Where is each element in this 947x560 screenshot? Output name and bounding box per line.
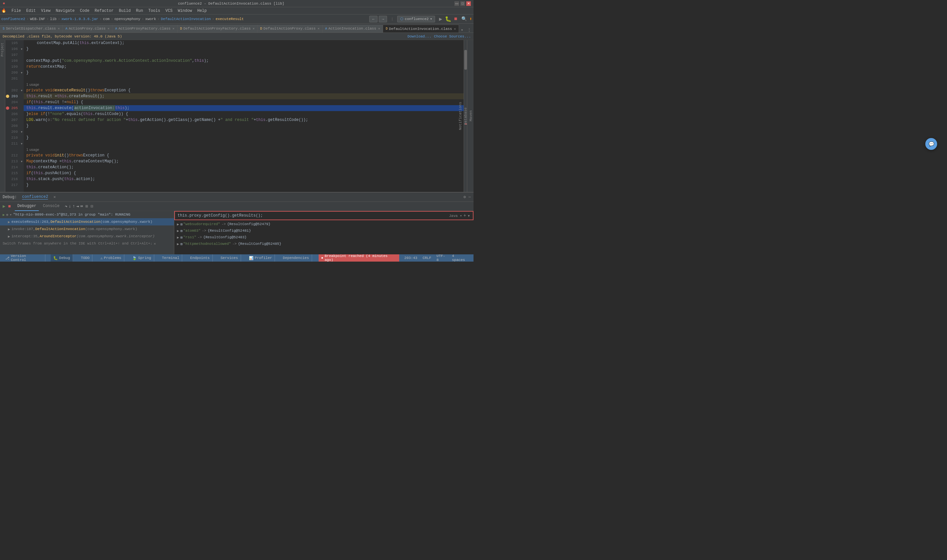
debug-minimize-icon[interactable]: — <box>468 195 471 200</box>
tab-close-ap[interactable]: ✕ <box>108 27 109 31</box>
maximize-btn[interactable]: □ <box>460 1 465 6</box>
debug-resume-btn[interactable]: ▶ <box>3 203 5 209</box>
nav-xwork[interactable]: xwork <box>145 17 156 21</box>
menu-tools[interactable]: Tools <box>146 7 163 14</box>
menu-navigate[interactable]: Navigate <box>53 7 77 14</box>
debug-result-atom03[interactable]: ▶ ⊞ "atom03" -> {ResultConfig@52481} <box>174 228 473 234</box>
debug-frame-executeresult[interactable]: ▶ executeResult:263, DefaultActionInvoca… <box>0 218 174 225</box>
menu-code[interactable]: Code <box>77 7 92 14</box>
fold-200[interactable]: ▼ <box>20 70 24 75</box>
expression-add-btn[interactable]: + <box>463 213 466 218</box>
choose-sources-btn[interactable]: Choose Sources... <box>434 34 471 38</box>
debug-stop-btn[interactable]: ■ <box>8 204 11 209</box>
nav-lib[interactable]: lib <box>50 17 57 21</box>
download-btn[interactable]: Download... <box>407 34 431 38</box>
debug-settings-icon[interactable]: ⚙ <box>463 195 466 200</box>
update-icon[interactable]: ⬆ <box>470 16 472 22</box>
menu-run[interactable]: Run <box>133 7 146 14</box>
tab-defaultactionproxyfactory[interactable]: D DefaultActionProxyFactory.class ✕ <box>177 25 258 32</box>
nav-back-btn[interactable]: ← <box>369 16 377 22</box>
status-tab-versioncontrol[interactable]: ⎇ Version Control <box>3 254 45 262</box>
expression-options-btn[interactable]: ▾ <box>468 213 470 218</box>
frames-layout-btn[interactable]: ⊞ <box>86 204 88 209</box>
status-tab-todo[interactable]: TODO <box>78 254 92 262</box>
status-tab-debug[interactable]: 🐛 Debug <box>51 254 73 262</box>
close-btn[interactable]: ✕ <box>466 1 471 6</box>
tab-close-ai[interactable]: ✕ <box>378 27 380 31</box>
evaluate-btn[interactable]: ⌨ <box>80 204 83 209</box>
tab-servletdispatcher[interactable]: S ServletDispatcher.class ✕ <box>0 25 63 32</box>
project-panel-icon[interactable]: Project <box>0 40 5 59</box>
tab-close-dap[interactable]: ✕ <box>318 27 320 31</box>
run-to-cursor-btn[interactable]: ⇥ <box>76 204 79 209</box>
cursor-position[interactable]: 203:43 <box>405 256 417 260</box>
code-area[interactable]: contextMap.putAll(this.extraContext); } … <box>24 40 463 192</box>
run-play-icon[interactable]: ▶ <box>439 16 442 22</box>
step-into-btn[interactable]: ↓ <box>69 204 71 209</box>
file-charset[interactable]: UTF-8 <box>437 254 447 262</box>
thread-filter-icon[interactable]: ⊕ <box>6 212 9 217</box>
tab-overflow-btn[interactable]: ▾ <box>459 28 465 32</box>
nav-class[interactable]: DefaultActionInvocation <box>161 17 211 21</box>
nav-method[interactable]: executeResult <box>216 17 244 21</box>
debug-session-close[interactable]: ✕ <box>53 195 55 200</box>
expression-lang-selector[interactable]: Java ▾ <box>449 214 462 218</box>
tab-actionproxy[interactable]: A ActionProxy.class ✕ <box>63 25 112 32</box>
fold-208[interactable]: ▼ <box>20 129 24 135</box>
project-selector[interactable]: ⬡ confluence2 ▾ <box>397 16 435 22</box>
scrollbar-thumb[interactable] <box>464 50 467 70</box>
status-tab-problems[interactable]: ⚠ Problems <box>98 254 124 262</box>
menu-edit[interactable]: Edit <box>24 7 38 14</box>
minimize-btn[interactable]: — <box>454 1 459 6</box>
notifications-panel-btn[interactable]: Notifications <box>458 98 463 134</box>
fold-196[interactable]: ▼ <box>20 46 24 52</box>
status-tab-terminal[interactable]: Terminal <box>160 254 183 262</box>
status-tab-dependencies[interactable]: Dependencies <box>280 254 312 262</box>
indent-type[interactable]: 4 spaces <box>452 254 468 262</box>
breakpoint-message[interactable]: ● Breakpoint reached (4 minutes ago) <box>319 254 399 262</box>
line-ending[interactable]: CRLF <box>422 256 431 260</box>
debug-session-tab[interactable]: confluence2 <box>22 195 48 200</box>
status-tab-profiler[interactable]: 📊 Profiler <box>246 254 275 262</box>
tab-close-dai[interactable]: ✕ <box>454 27 456 31</box>
status-tab-spring[interactable]: 🍃 Spring <box>129 254 154 262</box>
step-over-btn[interactable]: ↷ <box>65 204 68 209</box>
menu-file[interactable]: File <box>9 7 24 14</box>
debug-frame-intercept[interactable]: ▶ intercept:35, AroundInterceptor (com.o… <box>0 233 174 240</box>
menu-view[interactable]: View <box>38 7 53 14</box>
maven-panel-btn[interactable]: Maven <box>468 107 473 125</box>
nav-webinf[interactable]: WEB-INF <box>30 17 45 21</box>
debug-thread-item[interactable]: ▶ ⊕ ▾ "http-nio-8090-exec-3"@52,373 in g… <box>0 211 174 218</box>
nav-opensymphony[interactable]: opensymphony <box>114 17 140 21</box>
threads-btn[interactable]: ⊟ <box>91 204 93 209</box>
database-panel-btn[interactable]: Database <box>463 104 468 128</box>
nav-forward-btn[interactable]: → <box>379 16 387 22</box>
debug-tab-debugger[interactable]: Debugger <box>15 202 39 211</box>
search-everywhere-icon[interactable]: 🔍 <box>461 16 467 22</box>
tab-close-servlet[interactable]: ✕ <box>58 27 60 31</box>
tab-defaultactioninvocation[interactable]: D DefaultActionInvocation.class ✕ <box>383 25 459 32</box>
nav-jar[interactable]: xwork-1.0.3.6.jar <box>61 17 98 21</box>
hint-close-btn[interactable]: ✕ <box>154 242 156 246</box>
debug-result-rss1[interactable]: ▶ ⊞ "rss1" -> {ResultConfig@52483} <box>174 234 473 240</box>
menu-vcs[interactable]: VCS <box>163 7 175 14</box>
status-tab-endpoints[interactable]: Endpoints <box>188 254 212 262</box>
tab-defaultactionproxy[interactable]: D DefaultActionProxy.class ✕ <box>257 25 322 32</box>
step-out-btn[interactable]: ↑ <box>73 204 75 209</box>
debug-result-httpmethodnotallowed[interactable]: ▶ ⊞ "httpmethodnotallowed" -> {ResultCon… <box>174 240 473 247</box>
fold-212[interactable]: ▼ <box>20 158 24 164</box>
debug-run-icon[interactable]: 🐛 <box>445 16 451 22</box>
fold-210[interactable]: ▼ <box>20 141 24 146</box>
menu-build[interactable]: Build <box>116 7 133 14</box>
debug-result-websudorequired[interactable]: ▶ ⊞ "websudorequired" -> {ResultConfig@5… <box>174 221 473 228</box>
debug-tab-console[interactable]: Console <box>40 202 62 211</box>
stop-icon[interactable]: ■ <box>454 16 457 22</box>
menu-help[interactable]: Help <box>195 7 209 14</box>
nav-com[interactable]: com <box>103 17 109 21</box>
fold-202[interactable]: ▼ <box>20 88 24 93</box>
tab-close-dapf[interactable]: ✕ <box>253 27 254 31</box>
debug-frame-invoke[interactable]: ▶ invoke:187, DefaultActionInvocation (c… <box>0 225 174 233</box>
tab-menu-btn[interactable]: ⋮ <box>465 28 473 32</box>
menu-refactor[interactable]: Refactor <box>92 7 116 14</box>
status-tab-services[interactable]: Services <box>218 254 241 262</box>
